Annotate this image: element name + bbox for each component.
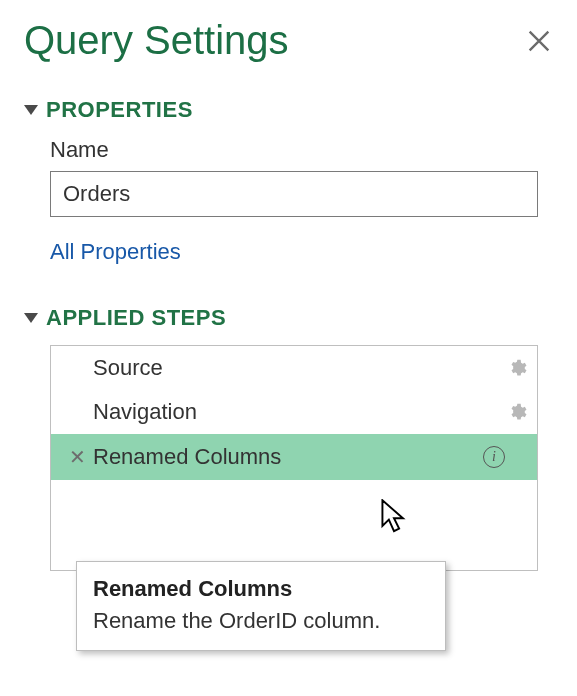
step-label: Source (89, 355, 507, 381)
step-label: Renamed Columns (89, 444, 483, 470)
name-label: Name (50, 137, 553, 163)
close-icon[interactable] (525, 27, 553, 55)
applied-steps-section-header[interactable]: APPLIED STEPS (24, 305, 553, 331)
gear-icon[interactable] (507, 402, 527, 422)
properties-heading: PROPERTIES (46, 97, 193, 123)
step-source[interactable]: Source (51, 346, 537, 390)
tooltip-title: Renamed Columns (93, 576, 429, 602)
properties-section-header[interactable]: PROPERTIES (24, 97, 553, 123)
step-label: Navigation (89, 399, 507, 425)
tooltip-body: Rename the OrderID column. (93, 608, 429, 634)
properties-section: PROPERTIES Name All Properties (24, 97, 553, 265)
applied-steps-list: Source Navigation ✕ Renamed Columns i (50, 345, 538, 571)
properties-body: Name All Properties (24, 137, 553, 265)
pane-title: Query Settings (24, 18, 289, 63)
applied-steps-heading: APPLIED STEPS (46, 305, 226, 331)
applied-steps-section: APPLIED STEPS Source Navigation ✕ (24, 305, 553, 571)
all-properties-link[interactable]: All Properties (50, 239, 553, 265)
step-navigation[interactable]: Navigation (51, 390, 537, 434)
info-icon[interactable]: i (483, 446, 505, 468)
delete-step-icon[interactable]: ✕ (65, 447, 89, 467)
collapse-triangle-icon (24, 105, 38, 115)
pane-header: Query Settings (24, 18, 553, 63)
step-tooltip: Renamed Columns Rename the OrderID colum… (76, 561, 446, 651)
query-settings-pane: Query Settings PROPERTIES Name All Prope… (0, 0, 577, 571)
step-renamed-columns[interactable]: ✕ Renamed Columns i (51, 434, 537, 480)
gear-icon[interactable] (507, 358, 527, 378)
collapse-triangle-icon (24, 313, 38, 323)
name-input[interactable] (50, 171, 538, 217)
